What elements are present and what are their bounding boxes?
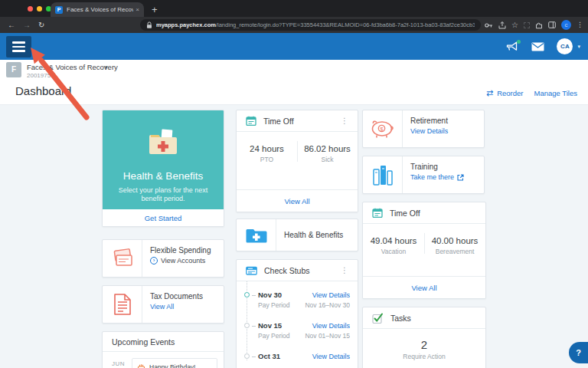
help-button[interactable]: ?: [569, 342, 588, 363]
timeline-dot: [244, 353, 250, 359]
tile-title: Check Stubs: [264, 266, 339, 275]
timeoff-stat: 49.04 hours Vacation: [363, 224, 424, 263]
time-off-tile-2[interactable]: Time Off 49.04 hours Vacation 40.00 hour…: [362, 202, 486, 299]
browser-menu-kebab-icon[interactable]: ⋮: [577, 21, 583, 28]
tab-close-icon[interactable]: ×: [136, 6, 139, 13]
company-avatar: F: [6, 62, 21, 77]
user-avatar[interactable]: CA: [557, 38, 573, 54]
tasks-count: 2: [363, 338, 485, 351]
stat-label: PTO: [237, 156, 297, 163]
forward-icon[interactable]: →: [23, 21, 31, 29]
timeline-dash: [252, 295, 256, 296]
birthday-icon: [137, 363, 145, 368]
event-month: JUN: [112, 358, 132, 368]
stub-range: Nov 01–Nov 15: [305, 332, 350, 340]
reorder-icon: ⇄: [486, 88, 493, 98]
promo-body: Health & Benefits Select your plans for …: [103, 110, 224, 209]
window-minimize-button[interactable]: [37, 6, 42, 12]
manage-tiles-link[interactable]: Manage Tiles: [534, 89, 577, 97]
stub-sub: Pay Period: [258, 301, 290, 309]
svg-text:$: $: [380, 126, 384, 133]
tile-title: Upcoming Events: [103, 332, 224, 352]
tile-title: Time Off: [390, 209, 478, 218]
promo-title: Health & Benefits: [123, 170, 203, 182]
notification-dot: [517, 40, 521, 44]
tile-menu-kebab-icon[interactable]: ⋮: [339, 117, 350, 125]
app-header: CA ▾: [0, 33, 588, 60]
view-all-link[interactable]: View All: [150, 303, 224, 310]
check-stubs-tile[interactable]: Check Stubs ⋮ Nov 30 View Details Pay Pe…: [236, 259, 358, 368]
training-tile[interactable]: Training Take me there: [362, 156, 485, 194]
flexible-spending-tile[interactable]: Flexible Spending › View Accounts: [102, 239, 224, 278]
company-caret-icon[interactable]: ▾: [105, 64, 108, 71]
extension-placeholder-icon[interactable]: [524, 22, 530, 28]
view-all-link[interactable]: View All: [363, 276, 485, 298]
side-panel-icon[interactable]: [548, 21, 556, 28]
check-stub-row: Oct 31 View Details: [258, 352, 350, 360]
hamburger-menu-button[interactable]: [6, 36, 31, 58]
event-card[interactable]: Happy Birthday!: [132, 358, 217, 368]
tile-menu-kebab-icon[interactable]: ⋮: [339, 266, 350, 274]
view-accounts-label: View Accounts: [161, 257, 205, 264]
stat-label: Sick: [297, 156, 358, 163]
back-icon[interactable]: ←: [8, 21, 15, 29]
tile-title: Tasks: [390, 314, 478, 323]
url-domain: myapps.paychex.com: [156, 21, 216, 28]
view-all-link[interactable]: View All: [237, 189, 358, 212]
browser-tab[interactable]: P Faces & Voices of Recovery (2 ×: [51, 2, 144, 17]
user-menu-caret-icon[interactable]: ▾: [577, 44, 580, 50]
extensions-puzzle-icon[interactable]: [535, 21, 543, 29]
tax-document-icon: [103, 286, 142, 323]
stub-range: Nov 16–Nov 30: [305, 301, 350, 309]
take-me-there-link[interactable]: Take me there: [410, 173, 484, 181]
tile-title: Flexible Spending: [150, 246, 224, 255]
books-icon: [363, 156, 403, 193]
tile-title: Tax Documents: [150, 292, 224, 301]
company-name[interactable]: Faces & Voices of Recovery: [27, 63, 118, 71]
check-stub-icon: [246, 266, 257, 275]
stat-label: Vacation: [363, 248, 424, 255]
stat-value: 49.04 hours: [363, 236, 424, 245]
company-id: 20019751: [27, 72, 54, 79]
take-me-there-label: Take me there: [410, 173, 454, 181]
time-off-tile-1[interactable]: Time Off ⋮ 24 hours PTO 86.02 hours Sick…: [236, 110, 358, 212]
timeoff-stat: 24 hours PTO: [237, 132, 297, 171]
bookmark-star-icon[interactable]: ☆: [511, 21, 518, 29]
view-details-link[interactable]: View Details: [312, 353, 350, 360]
divider: [297, 141, 298, 162]
stub-date: Nov 15: [258, 321, 282, 330]
timeline-dash: [252, 356, 256, 357]
tile-title: Retirement: [410, 117, 484, 125]
tile-title: Time Off: [263, 117, 339, 126]
tasks-tile[interactable]: Tasks 2 Require Action: [362, 307, 486, 368]
url-path: /landing_remote/login.do?TYPE=33554433&R…: [216, 21, 475, 28]
check-stub-row: Nov 15 View Details Pay Period Nov 01–No…: [258, 321, 350, 340]
timeline-dash: [252, 326, 256, 327]
announcements-megaphone-icon[interactable]: [506, 41, 519, 52]
health-benefits-small-tile[interactable]: Health & Benefits: [236, 219, 358, 251]
reorder-link[interactable]: Reorder: [497, 89, 523, 97]
tax-documents-tile[interactable]: Tax Documents View All: [102, 285, 224, 324]
messages-envelope-icon[interactable]: [531, 42, 544, 51]
stub-sub: Pay Period: [258, 332, 290, 340]
get-started-link[interactable]: Get Started: [103, 209, 224, 227]
view-accounts-link[interactable]: › View Accounts: [150, 257, 224, 264]
view-details-link[interactable]: View Details: [312, 291, 350, 299]
address-bar[interactable]: myapps.paychex.com/landing_remote/login.…: [140, 19, 481, 31]
password-key-icon[interactable]: [485, 22, 493, 28]
timeoff-stat: 40.00 hours Bereavement: [424, 224, 485, 263]
share-icon[interactable]: [498, 21, 506, 29]
stat-value: 86.02 hours: [297, 144, 358, 153]
view-details-link[interactable]: View Details: [312, 322, 350, 330]
refresh-icon[interactable]: ↻: [38, 21, 44, 29]
stat-value: 24 hours: [237, 144, 297, 153]
new-tab-icon[interactable]: +: [152, 3, 158, 16]
health-benefits-promo-tile[interactable]: Health & Benefits Select your plans for …: [102, 110, 224, 227]
tile-title: Health & Benefits: [284, 231, 343, 239]
calendar-icon: [372, 208, 383, 218]
retirement-tile[interactable]: $ Retirement View Details: [362, 110, 485, 148]
upcoming-events-tile[interactable]: Upcoming Events JUN Happy Birthday!: [102, 331, 224, 368]
view-details-link[interactable]: View Details: [410, 127, 484, 135]
window-close-button[interactable]: [28, 6, 33, 12]
browser-profile-avatar[interactable]: c: [561, 20, 571, 30]
